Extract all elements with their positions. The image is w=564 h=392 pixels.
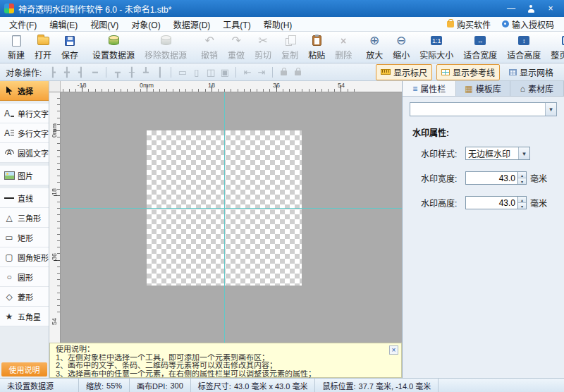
- menu-tools[interactable]: 工具(T): [216, 17, 257, 32]
- fit-width-button[interactable]: ↔适合宽度: [458, 32, 502, 63]
- minimize-button[interactable]: —: [502, 2, 520, 15]
- menu-edit[interactable]: 编辑(E): [43, 17, 84, 32]
- watermark-height-stepper[interactable]: ▴▾: [517, 196, 527, 209]
- fit-height-button[interactable]: ↕适合高度: [502, 32, 546, 63]
- menu-view[interactable]: 视图(V): [84, 17, 125, 32]
- align-vertical-line-icon: ┃: [154, 67, 166, 78]
- cut-icon: ✂: [258, 34, 267, 47]
- zoom-in-icon: ⊕: [369, 34, 379, 47]
- tool-circle[interactable]: ○圆形: [0, 267, 49, 287]
- toggle-show-ruler[interactable]: 显示标尺: [376, 64, 432, 80]
- vertical-guide-line[interactable]: [224, 92, 225, 343]
- distribute-horizontal-icon: ⇤: [241, 67, 253, 78]
- redo-button: ↷重做: [223, 32, 250, 63]
- license-icon: [502, 20, 509, 27]
- tool-triangle[interactable]: △三角形: [0, 208, 49, 228]
- zoom-in-button[interactable]: ⊕放大: [361, 32, 388, 63]
- watermark-width-input[interactable]: [465, 171, 517, 185]
- horizontal-guide-line[interactable]: [61, 208, 402, 209]
- diamond-icon: ◇: [4, 292, 15, 302]
- status-mouse-position: 鼠标位置:37.7 毫米, -14.0 毫米: [315, 379, 439, 392]
- width-unit-label: 毫米: [530, 172, 547, 184]
- cursor-icon: [4, 86, 15, 95]
- close-icon[interactable]: ×: [389, 345, 398, 355]
- tool-single-line-text[interactable]: A单行文字: [0, 104, 49, 123]
- lock-icon: [278, 67, 290, 78]
- usage-help-button[interactable]: 使用说明: [1, 362, 47, 376]
- window-title: 神奇透明水印制作软件 6.0 - 未命名1.stb*: [18, 3, 171, 15]
- watermark-height-row: 水印高度: ▴▾ 毫米: [421, 196, 564, 209]
- tool-star[interactable]: ★五角星: [0, 307, 49, 326]
- help-title: 使用说明：: [56, 345, 388, 354]
- watermark-width-stepper[interactable]: ▴▾: [517, 171, 527, 185]
- chevron-down-icon[interactable]: ▾: [545, 103, 556, 116]
- align-right-icon: ┫: [75, 67, 87, 78]
- element-selector-combo[interactable]: ▾: [410, 102, 557, 116]
- canvas-column: -18 0mm 18 36 54 0mm 18 36 54: [49, 81, 402, 378]
- rectangle-icon: ▭: [4, 233, 15, 243]
- main-area: 选择 A单行文字 A多行文字 A圆弧文字 图片 直线 △三角形 ▭矩形 ▢圆角矩…: [0, 81, 564, 378]
- tool-image[interactable]: 图片: [0, 166, 49, 185]
- tool-arc-text[interactable]: A圆弧文字: [0, 143, 49, 163]
- whole-page-button[interactable]: 整页显示: [546, 32, 564, 63]
- arc-text-icon: A: [4, 149, 15, 157]
- menu-file[interactable]: 文件(F): [3, 17, 43, 32]
- ruler-label: 0mm: [140, 82, 154, 89]
- horizontal-ruler[interactable]: -18 0mm 18 36 54: [61, 81, 402, 92]
- set-datasource-button[interactable]: 设置数据源: [87, 32, 140, 63]
- triangle-icon: △: [4, 213, 15, 223]
- image-icon: [4, 171, 15, 180]
- copy-icon: [286, 38, 292, 46]
- new-file-icon: [12, 35, 21, 47]
- align-horizontal-line-icon: ━: [89, 67, 101, 78]
- toolbar-separator: [235, 67, 236, 78]
- remove-datasource-button: 移除数据源: [140, 32, 192, 63]
- open-folder-icon: [37, 37, 49, 45]
- buy-software-button[interactable]: 购买软件: [443, 17, 495, 32]
- account-button[interactable]: [522, 2, 540, 15]
- tool-line[interactable]: 直线: [0, 188, 49, 208]
- toggle-show-grid[interactable]: 显示网格: [504, 64, 558, 80]
- spinner-up-icon[interactable]: ▴: [518, 172, 526, 178]
- user-icon: [527, 5, 535, 13]
- watermark-height-input[interactable]: [465, 196, 517, 209]
- tab-properties[interactable]: ≡属性栏: [403, 81, 456, 96]
- equal-width-icon: ▭: [176, 67, 188, 78]
- tool-diamond[interactable]: ◇菱形: [0, 287, 49, 307]
- circle-icon: ○: [4, 272, 15, 282]
- delete-icon: ×: [341, 34, 346, 47]
- menu-object[interactable]: 对象(O): [125, 17, 166, 32]
- paste-button[interactable]: 粘贴: [303, 32, 330, 63]
- toggle-show-guides[interactable]: 显示参考线: [436, 64, 500, 80]
- titlebar: 神奇透明水印制作软件 6.0 - 未命名1.stb* — ×: [0, 0, 564, 17]
- tool-rounded-rectangle[interactable]: ▢圆角矩形: [0, 247, 49, 267]
- status-label-size: 标签尺寸:43.0 毫米 x 43.0 毫米: [191, 379, 316, 392]
- ruler-label: 54: [338, 82, 345, 89]
- chevron-down-icon[interactable]: ▾: [518, 147, 529, 159]
- rounded-rectangle-icon: ▢: [4, 252, 15, 262]
- vertical-ruler[interactable]: 0mm 18 36 54: [49, 92, 61, 343]
- ruler-corner: [49, 81, 61, 92]
- new-button[interactable]: 新建: [3, 32, 30, 63]
- tab-materials[interactable]: ⌂素材库: [510, 81, 564, 96]
- tab-templates[interactable]: ▦模板库: [456, 81, 510, 96]
- spinner-up-icon[interactable]: ▴: [518, 197, 526, 202]
- spinner-down-icon[interactable]: ▾: [518, 202, 526, 209]
- tool-rectangle[interactable]: ▭矩形: [0, 228, 49, 247]
- save-button[interactable]: 保存: [56, 32, 83, 63]
- actual-size-button[interactable]: 1:1实际大小: [415, 32, 458, 63]
- help-line-3: 3、选择画布中的任意一个元素，在右侧的属性栏里可以调整该元素的属性；: [56, 370, 388, 379]
- canvas-workspace[interactable]: [61, 92, 402, 343]
- close-button[interactable]: ×: [541, 2, 560, 15]
- tool-select[interactable]: 选择: [0, 81, 49, 101]
- menu-help[interactable]: 帮助(H): [257, 17, 299, 32]
- spinner-down-icon[interactable]: ▾: [518, 178, 526, 184]
- tool-multi-line-text[interactable]: A多行文字: [0, 123, 49, 143]
- watermark-style-select[interactable]: 无边框水印 ▾: [465, 147, 530, 160]
- watermark-height-label: 水印高度:: [421, 197, 462, 209]
- enter-license-button[interactable]: 输入授权码: [498, 17, 558, 32]
- menu-datasource[interactable]: 数据源(D): [167, 17, 217, 32]
- usage-instructions-panel: × 使用说明： 1、左侧对象栏中选择一个工具，即可添加一个元素到画布区； 2、画…: [49, 343, 402, 378]
- open-button[interactable]: 打开: [30, 32, 56, 63]
- zoom-out-button[interactable]: ⊖缩小: [388, 32, 415, 63]
